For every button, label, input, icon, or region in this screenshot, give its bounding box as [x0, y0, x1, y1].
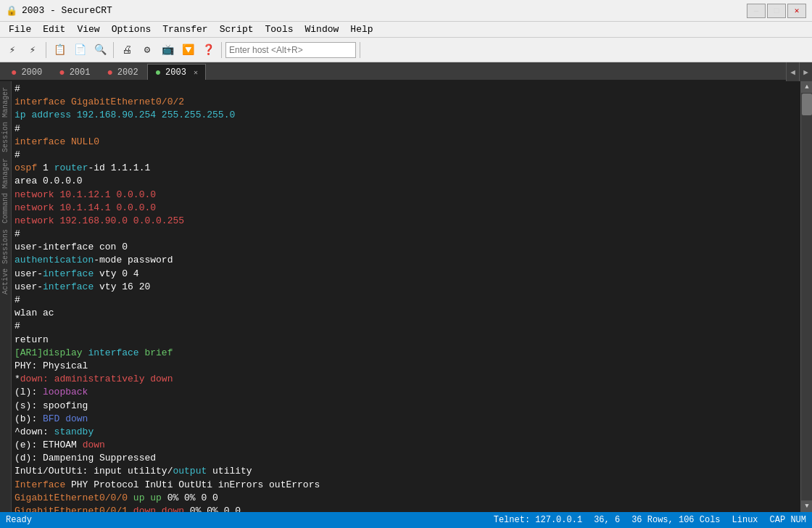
toolbar-help[interactable]: ❓ [199, 41, 218, 59]
terminal-line: (s): spoofing [14, 400, 798, 413]
menu-item-file[interactable]: File [3, 22, 37, 36]
close-button[interactable]: ✕ [787, 4, 806, 18]
toolbar-sep1 [46, 42, 46, 58]
terminal-line: network 10.1.12.1 0.0.0.0 [14, 189, 798, 202]
menu-item-help[interactable]: Help [344, 22, 378, 36]
terminal-line: (b): BFD down [14, 413, 798, 426]
terminal-line: # [14, 228, 798, 241]
scroll-track[interactable] [801, 93, 812, 500]
status-os: Linux [732, 515, 758, 525]
menu-item-window[interactable]: Window [299, 22, 345, 36]
tabbar-arrows: ◀ ▶ [786, 62, 812, 81]
app-icon: 🔒 [6, 5, 17, 17]
maximize-button[interactable]: □ [767, 4, 786, 18]
toolbar-copy[interactable]: 📋 [50, 41, 69, 59]
terminal-line: network 192.168.90.0 0.0.0.255 [14, 215, 798, 228]
status-dimensions: 36 Rows, 106 Cols [631, 515, 720, 525]
toolbar-settings[interactable]: ⚙ [138, 41, 157, 59]
active-sessions-label[interactable]: Active Sessions [1, 226, 9, 297]
tab-status-2001: ● [59, 67, 65, 78]
session-manager-label[interactable]: Session Manager [1, 84, 9, 155]
terminal-line: user-interface vty 0 4 [14, 268, 798, 281]
terminal-line: ospf 1 router-id 1.1.1.1 [14, 162, 798, 175]
terminal-line: area 0.0.0.0 [14, 175, 798, 188]
tab-2000[interactable]: ● 2000 [3, 64, 50, 80]
titlebar: 🔒 2003 - SecureCRT — □ ✕ [0, 0, 812, 22]
minimize-button[interactable]: — [747, 4, 766, 18]
side-panel: Session Manager Command Manager Active S… [0, 81, 12, 512]
terminal-line: interface NULL0 [14, 136, 798, 149]
terminal-line: interface GigabitEthernet0/0/2 [14, 96, 798, 109]
terminal-line: [AR1]display interface brief [14, 347, 798, 360]
menubar: FileEditViewOptionsTransferScriptToolsWi… [0, 22, 812, 38]
toolbar-find[interactable]: 🔍 [91, 41, 109, 59]
toolbar-paste[interactable]: 📄 [70, 41, 89, 59]
terminal-line: return [14, 334, 798, 347]
tab-label-2000: 2000 [21, 67, 42, 78]
tab-close-2003[interactable]: ✕ [194, 68, 198, 77]
main-area: Session Manager Command Manager Active S… [0, 81, 812, 512]
scrollbar: ▲ ▼ [800, 81, 812, 512]
menu-item-tools[interactable]: Tools [260, 22, 299, 36]
toolbar-keymap[interactable]: 📺 [158, 41, 177, 59]
tab-arrow-right[interactable]: ▶ [799, 62, 812, 81]
tab-label-2002: 2002 [117, 67, 138, 78]
tab-label-2003: 2003 [165, 67, 186, 78]
toolbar-reconnect[interactable]: ⚡ [23, 41, 42, 59]
toolbar-sftp[interactable]: 🔽 [178, 41, 197, 59]
statusbar-right: Telnet: 127.0.0.1 36, 6 36 Rows, 106 Col… [494, 515, 806, 525]
titlebar-controls: — □ ✕ [747, 4, 806, 18]
terminal[interactable]: #interface GigabitEthernet0/0/2 ip addre… [12, 81, 800, 512]
terminal-line: Interface PHY Protocol InUti OutUti inEr… [14, 479, 798, 492]
terminal-line: InUti/OutUti: input utility/output utili… [14, 465, 798, 478]
command-manager-label[interactable]: Command Manager [1, 155, 9, 226]
tab-status-2000: ● [11, 67, 17, 78]
scroll-thumb[interactable] [802, 94, 812, 115]
tab-2002[interactable]: ● 2002 [99, 64, 146, 80]
terminal-line: # [14, 83, 798, 96]
toolbar-sep4 [360, 42, 360, 58]
tab-arrow-left[interactable]: ◀ [786, 62, 799, 81]
terminal-line: (e): ETHOAM down [14, 439, 798, 452]
app-title: 2003 - SecureCRT [22, 5, 112, 16]
terminal-line: PHY: Physical [14, 360, 798, 373]
menu-item-transfer[interactable]: Transfer [157, 22, 213, 36]
terminal-line: GigabitEthernet0/0/0 up up 0% 0% 0 0 [14, 492, 798, 505]
scroll-down-button[interactable]: ▼ [801, 500, 812, 512]
terminal-line: (d): Dampening Suppressed [14, 452, 798, 465]
terminal-line: # [14, 149, 798, 162]
menu-item-edit[interactable]: Edit [37, 22, 71, 36]
toolbar-print[interactable]: 🖨 [117, 41, 136, 59]
tab-status-2003: ● [155, 67, 161, 78]
status-connection: Telnet: 127.0.0.1 [494, 515, 582, 525]
tab-label-2001: 2001 [70, 67, 91, 78]
terminal-line: network 10.1.14.1 0.0.0.0 [14, 202, 798, 215]
tab-2001[interactable]: ● 2001 [51, 64, 98, 80]
terminal-line: user-interface con 0 [14, 241, 798, 254]
status-ready: Ready [6, 515, 32, 525]
terminal-line: authentication-mode password [14, 254, 798, 267]
terminal-line: ip address 192.168.90.254 255.255.255.0 [14, 109, 798, 122]
menu-item-script[interactable]: Script [214, 22, 260, 36]
address-bar[interactable] [225, 42, 356, 58]
statusbar: Ready Telnet: 127.0.0.1 36, 6 36 Rows, 1… [0, 512, 812, 528]
scroll-up-button[interactable]: ▲ [801, 81, 812, 93]
status-position: 36, 6 [594, 515, 620, 525]
status-caps: CAP NUM [770, 515, 806, 525]
terminal-line: # [14, 123, 798, 136]
menu-item-view[interactable]: View [71, 22, 105, 36]
terminal-line: # [14, 294, 798, 307]
menu-item-options[interactable]: Options [106, 22, 157, 36]
titlebar-left: 🔒 2003 - SecureCRT [6, 5, 112, 17]
toolbar-new[interactable]: ⚡ [3, 41, 22, 59]
toolbar-sep2 [113, 42, 114, 58]
terminal-line: # [14, 320, 798, 333]
toolbar: ⚡ ⚡ 📋 📄 🔍 🖨 ⚙ 📺 🔽 ❓ [0, 38, 812, 62]
tab-2003[interactable]: ● 2003 ✕ [147, 64, 206, 80]
tabbar: ● 2000 ● 2001 ● 2002 ● 2003 ✕ ◀ ▶ [0, 62, 812, 81]
terminal-line: GigabitEthernet0/0/1 down down 0% 0% 0 0 [14, 505, 798, 512]
toolbar-sep3 [221, 42, 222, 58]
terminal-line: *down: administratively down [14, 373, 798, 386]
terminal-line: user-interface vty 16 20 [14, 281, 798, 294]
terminal-line: wlan ac [14, 307, 798, 320]
